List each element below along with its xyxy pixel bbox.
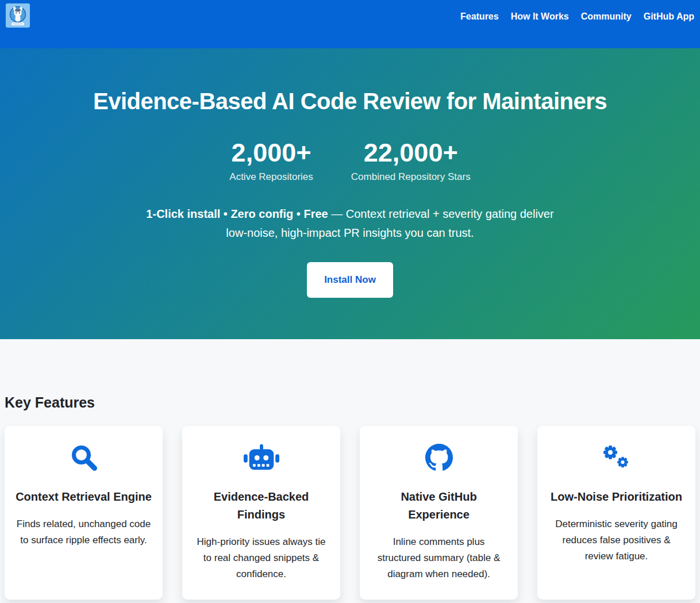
feature-card-body: Inline comments plus structured summary …	[370, 534, 507, 582]
features-heading: Key Features	[5, 394, 695, 411]
gears-icon	[602, 444, 632, 471]
feature-card-title: Low-Noise Prioritization	[548, 488, 685, 506]
stat-active-repositories: 2,000+ Active Repositories	[229, 140, 313, 183]
search-icon	[70, 444, 98, 471]
feature-card-title: Evidence-Backed Findings	[193, 488, 330, 524]
nav-link-github-app[interactable]: GitHub App	[644, 11, 694, 22]
tagline-separator: •	[220, 208, 230, 220]
tagline-dash: —	[328, 208, 346, 220]
tagline-bold-install: 1-Click install	[146, 208, 220, 220]
feature-card-title: Native GitHub Experience	[370, 488, 507, 524]
features-section: Key Features Context Retrieval Engine Fi…	[5, 394, 695, 600]
stat-label: Combined Repository Stars	[351, 171, 471, 183]
feature-card-body: Deterministic severity gating reduces fa…	[548, 516, 685, 564]
feature-card-grid: Context Retrieval Engine Finds related, …	[5, 426, 695, 600]
hero-title: Evidence-Based AI Code Review for Mainta…	[11, 89, 689, 114]
feature-card-low-noise: Low-Noise Prioritization Deterministic s…	[537, 426, 695, 600]
stat-value: 2,000+	[229, 140, 313, 166]
top-navbar: Features How It Works Community GitHub A…	[0, 0, 700, 48]
hero-tagline: 1-Click install • Zero config • Free — C…	[143, 205, 557, 243]
feature-card-title: Context Retrieval Engine	[15, 488, 152, 506]
tagline-bold-config: Zero config	[230, 208, 293, 220]
feature-card-evidence-findings: Evidence-Backed Findings High-priority i…	[182, 426, 340, 600]
feature-card-body: High-priority issues always tie to real …	[193, 534, 330, 582]
hero-section: Evidence-Based AI Code Review for Mainta…	[0, 48, 700, 339]
install-now-button[interactable]: Install Now	[307, 262, 393, 298]
feature-card-context-retrieval: Context Retrieval Engine Finds related, …	[5, 426, 163, 600]
app-logo[interactable]	[6, 3, 30, 28]
nav-link-features[interactable]: Features	[460, 11, 499, 22]
tagline-bold-free: Free	[303, 208, 328, 220]
stat-combined-stars: 22,000+ Combined Repository Stars	[351, 140, 471, 183]
nav-link-how-it-works[interactable]: How It Works	[511, 11, 569, 22]
feature-card-github-experience: Native GitHub Experience Inline comments…	[360, 426, 518, 600]
hero-stats: 2,000+ Active Repositories 22,000+ Combi…	[11, 140, 689, 183]
robot-icon	[244, 444, 279, 471]
github-icon	[425, 444, 453, 471]
stat-value: 22,000+	[351, 140, 471, 166]
feature-card-body: Finds related, unchanged code to surface…	[15, 516, 152, 548]
llama-logo-icon	[6, 3, 30, 28]
nav-link-community[interactable]: Community	[581, 11, 632, 22]
tagline-separator: •	[293, 208, 303, 220]
nav-links: Features How It Works Community GitHub A…	[460, 3, 694, 22]
stat-label: Active Repositories	[229, 171, 313, 183]
